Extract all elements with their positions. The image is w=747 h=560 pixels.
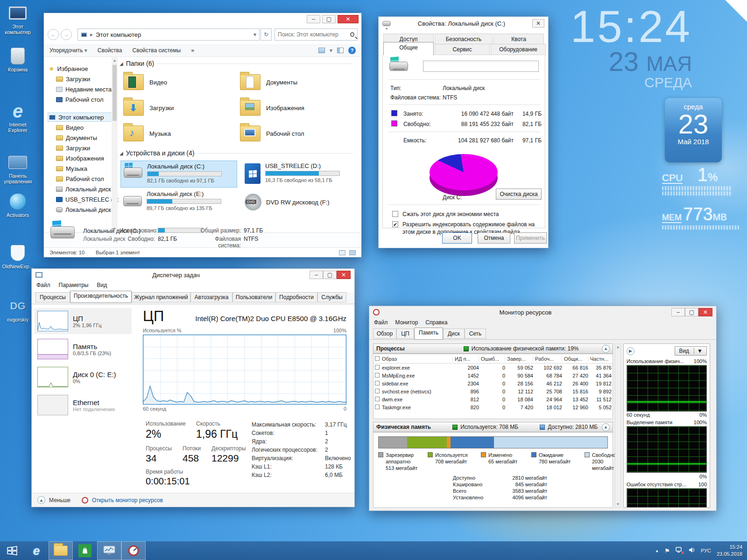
apply-button[interactable]: Применить [514, 232, 547, 244]
perf-item-cpu[interactable]: ЦП2% 1,96 ГГц [35, 308, 132, 334]
taskbar-taskmgr-icon[interactable] [97, 541, 121, 560]
tree-item[interactable]: Локальный диск [65, 206, 111, 213]
index-checkbox[interactable]: ✔ [392, 221, 398, 227]
desktop-icon-ovgorskiy[interactable]: DG ovgorskiy [1, 297, 35, 322]
process-row[interactable]: explorer.exe 2004059 052102 69266 81635 … [374, 364, 613, 371]
column-header[interactable]: Общи... [562, 356, 588, 362]
properties-button[interactable]: Свойства [98, 47, 122, 54]
desktop-icon-recycle-bin[interactable]: Корзина [1, 47, 35, 72]
tree-item[interactable]: Рабочий стол [65, 96, 104, 103]
processes-section-header[interactable]: Процессы Использование физической памяти… [373, 343, 613, 354]
desktop-icon-activators[interactable]: Activators [1, 192, 35, 218]
disk-cleanup-button[interactable]: Очистка диска [496, 189, 542, 200]
desktop-icon-oldnewexplorer[interactable]: OldNewExp... [1, 244, 35, 269]
preview-pane-icon[interactable] [337, 48, 344, 53]
close-button[interactable]: ✕ [698, 308, 712, 316]
tree-item[interactable]: Загрузки [66, 145, 90, 152]
column-header[interactable]: Образ [380, 356, 453, 362]
folder-item-downloads[interactable]: ⬇ Загрузки [123, 96, 235, 120]
tab-service[interactable]: Сервис [435, 44, 490, 55]
perf-item-memory[interactable]: Память0,8/3,5 ГБ (23%) [35, 336, 132, 362]
process-row[interactable]: dwm.exe 812018 08424 96413 45211 512 [374, 395, 613, 403]
scroll-up-icon[interactable]: ▲ [112, 57, 118, 64]
chevron-down-icon[interactable]: ▾ [330, 47, 332, 54]
fewer-details-button[interactable]: Меньше [49, 497, 70, 504]
tab-details[interactable]: Подробности [275, 292, 317, 302]
row-checkbox[interactable] [375, 381, 380, 385]
row-checkbox[interactable] [375, 365, 380, 370]
organize-menu[interactable]: Упорядочить ▾ [49, 47, 87, 54]
process-row[interactable]: sidebar.exe 2304028 15646 21226 40019 81… [374, 379, 613, 387]
perf-item-disk[interactable]: Диск 0 (C: E:)0% [35, 364, 132, 390]
folders-group-header[interactable]: ◢ Папки (6) [120, 60, 353, 67]
column-header[interactable]: ИД п... [453, 356, 479, 362]
tab-cpu[interactable]: ЦП [396, 329, 414, 339]
view-dropdown[interactable]: Вид▼ [675, 346, 707, 356]
back-button[interactable]: ← [48, 29, 59, 40]
drive-item-f[interactable]: DVD DVD RW дисковод (F:) [242, 189, 359, 216]
physical-memory-section-header[interactable]: Физическая память Используется: 708 МБ Д… [373, 422, 613, 432]
folder-item-pictures[interactable]: Изображения [240, 96, 352, 120]
tree-item[interactable]: Документы [66, 134, 97, 141]
scroll-thumb[interactable] [113, 65, 117, 121]
tab-performance[interactable]: Производительность [70, 291, 132, 303]
nav-scrollbar[interactable]: ▲ ▼ [112, 57, 118, 232]
row-checkbox[interactable] [375, 373, 380, 378]
process-row[interactable]: svchost.exe (netsvcs) 896012 11225 70815… [374, 387, 613, 395]
tray-language-indicator[interactable]: РУС [701, 548, 711, 553]
tree-item[interactable]: Загрузки [66, 76, 90, 83]
menu-options[interactable]: Параметры [59, 282, 89, 289]
taskbar-resmon-icon[interactable] [121, 541, 146, 560]
maximize-button[interactable]: ▢ [322, 15, 336, 23]
maximize-button[interactable]: ▢ [323, 271, 337, 279]
tab-users[interactable]: Пользователи [233, 292, 275, 302]
group-collapse-icon[interactable]: ◢ [120, 151, 123, 156]
tree-item[interactable]: Музыка [66, 165, 87, 172]
scroll-up-icon[interactable]: ▲ [615, 344, 620, 350]
start-button[interactable] [0, 541, 24, 560]
tray-show-hidden-icon[interactable]: ▲ [655, 549, 659, 553]
ok-button[interactable]: OK [442, 232, 472, 244]
column-header[interactable]: Частн... [588, 356, 613, 362]
tab-quota[interactable]: Квота [493, 34, 544, 45]
tree-item[interactable]: Рабочий стол [66, 175, 104, 182]
menu-file[interactable]: Файл [36, 282, 50, 289]
open-resource-monitor-link[interactable]: Открыть монитор ресурсов [92, 497, 163, 504]
tree-item[interactable]: Локальный диск [65, 186, 111, 193]
column-header[interactable]: Завер... [505, 356, 533, 362]
folder-item-music[interactable]: ♪ Музыка [123, 121, 235, 146]
search-input[interactable] [278, 31, 350, 38]
row-checkbox[interactable] [375, 405, 380, 409]
tab-services[interactable]: Службы [317, 292, 346, 302]
folder-item-video[interactable]: Видео [123, 70, 235, 94]
view-list-icon[interactable] [318, 48, 325, 53]
tray-clock[interactable]: 15:2423.05.2018 [717, 544, 742, 558]
row-checkbox[interactable] [375, 389, 380, 393]
process-row[interactable]: Taskmgr.exe 82007 42018 01212 9605 052 [374, 403, 613, 411]
perf-item-ethernet[interactable]: EthernetНет подключения [35, 392, 132, 418]
drive-item-e[interactable]: Локальный диск (E:) 89,7 ГБ свободно из … [120, 189, 237, 216]
tab-processes[interactable]: Процессы [35, 292, 70, 302]
minimize-button[interactable]: – [671, 308, 685, 316]
column-header[interactable]: Ошиб... [479, 356, 505, 362]
close-button[interactable]: ✕ [337, 271, 351, 279]
folder-item-documents[interactable]: Документы [240, 70, 352, 94]
tab-overview[interactable]: Обзор [373, 329, 396, 339]
compress-checkbox[interactable] [392, 211, 398, 217]
tray-network-icon[interactable]: ✕ [676, 547, 683, 554]
minimize-button[interactable]: – [307, 15, 320, 23]
taskbar-store-icon[interactable] [73, 541, 97, 560]
folder-item-desktop[interactable]: Рабочий стол [240, 121, 352, 146]
forward-button[interactable]: → [61, 29, 72, 40]
tree-item[interactable]: Видео [66, 124, 84, 131]
menu-monitor[interactable]: Монитор [395, 319, 418, 327]
column-header[interactable]: Рабоч... [533, 356, 562, 362]
menu-view[interactable]: Вид [97, 282, 107, 289]
process-row[interactable]: MsMpEng.exe 1452090 58468 78427 42041 36… [374, 371, 613, 379]
tray-volume-icon[interactable] [689, 547, 695, 554]
desktop-icon-internet-explorer[interactable]: e Internet Explorer [1, 102, 35, 133]
desktop-icon-control-panel[interactable]: Панель управления [1, 153, 35, 184]
desktop-icon-this-pc[interactable]: Этот компьютер [1, 4, 35, 35]
calendar-gadget[interactable]: среда 23 Май 2018 [665, 98, 722, 162]
toolbar-more-button[interactable]: » [191, 47, 194, 54]
